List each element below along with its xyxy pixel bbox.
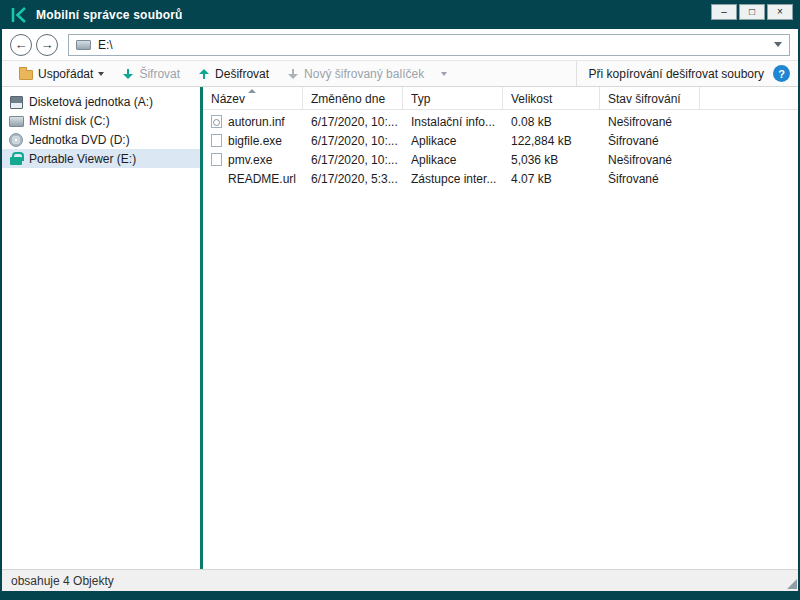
sidebar-item-label: Disketová jednotka (A:) bbox=[29, 95, 153, 109]
minimize-button[interactable]: – bbox=[711, 4, 737, 20]
sidebar-item[interactable]: Jednotka DVD (D:) bbox=[2, 130, 200, 149]
new-encrypted-package-button[interactable]: Nový šifrovaný balíček bbox=[278, 61, 433, 86]
organize-label: Uspořádat bbox=[38, 67, 93, 81]
main-area: Disketová jednotka (A:)Místní disk (C:)J… bbox=[2, 87, 798, 569]
file-cell: Šifrované bbox=[600, 172, 700, 186]
file-cell-text: 4.07 kB bbox=[511, 172, 552, 186]
chevron-down-icon bbox=[441, 72, 447, 76]
help-icon[interactable] bbox=[773, 65, 790, 82]
file-cell: Aplikace bbox=[403, 153, 503, 167]
maximize-button[interactable]: □ bbox=[739, 4, 765, 20]
new-package-label: Nový šifrovaný balíček bbox=[304, 67, 424, 81]
column-header[interactable]: Stav šifrování bbox=[600, 87, 700, 110]
new-package-menu-button[interactable] bbox=[433, 61, 455, 86]
encrypt-arrow-icon bbox=[122, 68, 134, 80]
chevron-down-icon bbox=[98, 72, 104, 76]
column-header[interactable]: Typ bbox=[403, 87, 503, 110]
floppy-drive-icon bbox=[9, 95, 23, 108]
column-header-filler bbox=[700, 87, 798, 110]
column-header[interactable]: Velikost bbox=[503, 87, 600, 110]
back-button[interactable] bbox=[10, 34, 32, 56]
file-cell: Nešifrované bbox=[600, 115, 700, 129]
dvd-drive-icon bbox=[9, 133, 23, 146]
sort-ascending-icon bbox=[248, 89, 256, 93]
file-list-body: autorun.inf6/17/2020, 10:...Instalační i… bbox=[203, 112, 798, 188]
file-cell: 6/17/2020, 5:3... bbox=[303, 172, 403, 186]
file-icon bbox=[211, 153, 222, 166]
file-row[interactable]: README.url6/17/2020, 5:3...Zástupce inte… bbox=[203, 169, 798, 188]
chevron-down-icon[interactable] bbox=[774, 42, 782, 47]
column-header-label: Název bbox=[211, 92, 245, 106]
package-arrow-icon bbox=[287, 68, 299, 80]
file-row[interactable]: bigfile.exe6/17/2020, 10:...Aplikace122,… bbox=[203, 131, 798, 150]
sidebar-item-label: Jednotka DVD (D:) bbox=[29, 133, 130, 147]
decrypt-button[interactable]: Dešifrovat bbox=[189, 61, 278, 86]
file-cell: 6/17/2020, 10:... bbox=[303, 115, 403, 129]
encrypt-label: Šifrovat bbox=[139, 67, 180, 81]
sidebar-item-label: Místní disk (C:) bbox=[29, 114, 110, 128]
sidebar-item[interactable]: Místní disk (C:) bbox=[2, 111, 200, 130]
navigation-bar: E:\ bbox=[2, 29, 798, 60]
organize-button[interactable]: Uspořádat bbox=[10, 61, 113, 86]
title-bar: Mobilní správce souborů – □ × bbox=[2, 0, 798, 29]
file-cell-text: 122,884 kB bbox=[511, 134, 572, 148]
file-cell: Šifrované bbox=[600, 134, 700, 148]
window-title: Mobilní správce souborů bbox=[36, 8, 183, 22]
file-list-header: NázevZměněno dneTypVelikostStav šifrován… bbox=[203, 87, 798, 110]
column-header[interactable]: Název bbox=[203, 87, 303, 110]
decrypt-label: Dešifrovat bbox=[215, 67, 269, 81]
file-cell: Nešifrované bbox=[600, 153, 700, 167]
app-window: Mobilní správce souborů – □ × E:\ Uspořá… bbox=[0, 0, 800, 600]
file-cell-text: 0.08 kB bbox=[511, 115, 552, 129]
file-cell-text: Nešifrované bbox=[608, 153, 672, 167]
file-cell: 5,036 kB bbox=[503, 153, 600, 167]
drives-sidebar: Disketová jednotka (A:)Místní disk (C:)J… bbox=[2, 87, 200, 569]
resize-grip-icon[interactable] bbox=[787, 579, 797, 589]
file-cell-text: Nešifrované bbox=[608, 115, 672, 129]
file-cell-text: 6/17/2020, 5:3... bbox=[311, 172, 398, 186]
file-cell: bigfile.exe bbox=[203, 134, 303, 148]
toolbar-right-group: Při kopírování dešifrovat soubory bbox=[576, 61, 790, 86]
hard-disk-icon bbox=[9, 114, 23, 127]
forward-button[interactable] bbox=[36, 34, 58, 56]
encrypt-button[interactable]: Šifrovat bbox=[113, 61, 189, 86]
window-controls: – □ × bbox=[711, 4, 793, 20]
file-list-pane: NázevZměněno dneTypVelikostStav šifrován… bbox=[203, 87, 798, 569]
sidebar-item[interactable]: Disketová jednotka (A:) bbox=[2, 92, 200, 111]
file-cell-text: README.url bbox=[228, 172, 296, 186]
folder-icon bbox=[19, 70, 33, 80]
sidebar-item-label: Portable Viewer (E:) bbox=[29, 152, 136, 166]
file-cell-text: 6/17/2020, 10:... bbox=[311, 134, 398, 148]
file-cell: Instalační info... bbox=[403, 115, 503, 129]
file-cell-text: Šifrované bbox=[608, 134, 659, 148]
sidebar-item[interactable]: Portable Viewer (E:) bbox=[2, 149, 200, 168]
column-header[interactable]: Změněno dne bbox=[303, 87, 403, 110]
column-header-label: Typ bbox=[411, 92, 430, 106]
drive-icon bbox=[76, 40, 91, 50]
file-cell: autorun.inf bbox=[203, 115, 303, 129]
file-cell-text: 6/17/2020, 10:... bbox=[311, 115, 398, 129]
file-cell-text: Instalační info... bbox=[411, 115, 495, 129]
file-cell-text: autorun.inf bbox=[228, 115, 285, 129]
file-row[interactable]: pmv.exe6/17/2020, 10:...Aplikace5,036 kB… bbox=[203, 150, 798, 169]
arrow-right-icon bbox=[41, 37, 54, 52]
file-cell: 6/17/2020, 10:... bbox=[303, 153, 403, 167]
decrypt-on-copy-label: Při kopírování dešifrovat soubory bbox=[589, 67, 764, 81]
file-cell: 0.08 kB bbox=[503, 115, 600, 129]
file-row[interactable]: autorun.inf6/17/2020, 10:...Instalační i… bbox=[203, 112, 798, 131]
file-cell-text: Aplikace bbox=[411, 134, 456, 148]
file-cell-text: Zástupce inter... bbox=[411, 172, 496, 186]
file-cell-text: Aplikace bbox=[411, 153, 456, 167]
close-button[interactable]: × bbox=[767, 4, 793, 20]
status-bar: obsahuje 4 Objekty bbox=[2, 569, 798, 591]
file-cell: Zástupce inter... bbox=[403, 172, 503, 186]
address-bar[interactable]: E:\ bbox=[68, 34, 790, 56]
file-cell: README.url bbox=[203, 172, 303, 186]
gear-file-icon bbox=[211, 115, 222, 128]
file-cell-text: 5,036 kB bbox=[511, 153, 558, 167]
file-cell: Aplikace bbox=[403, 134, 503, 148]
arrow-left-icon bbox=[15, 37, 28, 52]
file-cell-text: 6/17/2020, 10:... bbox=[311, 153, 398, 167]
decrypt-arrow-icon bbox=[198, 68, 210, 80]
file-cell: pmv.exe bbox=[203, 153, 303, 167]
